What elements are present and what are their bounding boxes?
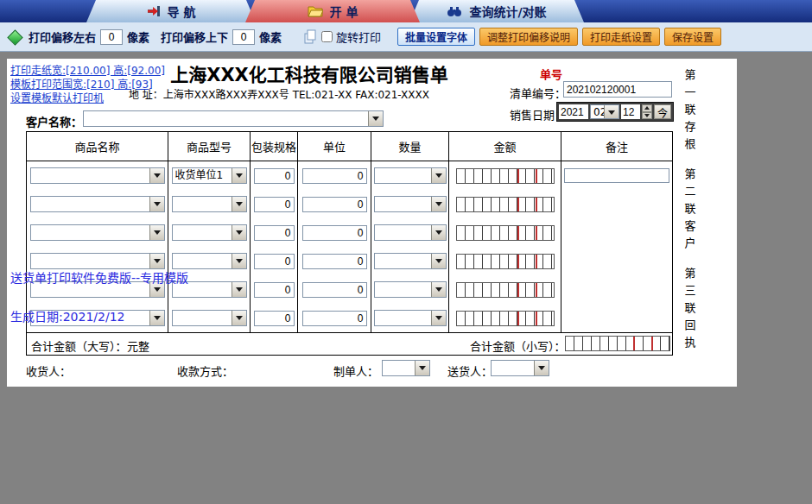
toolbar: 打印偏移左右 像素 打印偏移上下 像素 旋转打印 批量设置字体 调整打印偏移说明…: [0, 22, 812, 52]
combo-text: [375, 225, 431, 240]
quantity-select[interactable]: [374, 310, 447, 326]
chevron-down-icon: [431, 168, 446, 183]
product-model-select[interactable]: 收货单位1: [172, 167, 247, 184]
unit-input[interactable]: [302, 282, 367, 298]
sale-date-panel: 02 今: [556, 102, 674, 122]
chevron-down-icon: [149, 197, 164, 211]
unit-input[interactable]: [302, 225, 367, 241]
tab-billing[interactable]: 开 单: [245, 0, 420, 22]
watermark-free-version: 送货单打印软件免费版--专用模版: [10, 268, 188, 286]
table-row: 收货单位1: [27, 161, 672, 190]
table-header-row: 商品名称 商品型号 包装规格 单位 数量 金额 备注: [27, 132, 672, 161]
invoice-no-input[interactable]: [563, 81, 672, 98]
maker-label: 制单人：: [333, 362, 378, 379]
invoice-no-label: 清单编号：: [510, 85, 566, 101]
total-amount-grid[interactable]: [565, 336, 670, 351]
spinner-down-button[interactable]: [642, 112, 652, 120]
paper-feed-settings-button[interactable]: 打印走纸设置: [582, 28, 660, 46]
package-spec-input[interactable]: [254, 197, 295, 212]
diamond-icon: [7, 29, 22, 45]
maker-select[interactable]: [382, 360, 430, 376]
amount-grid[interactable]: [456, 225, 555, 241]
chevron-down-icon: [431, 254, 446, 268]
amount-grid[interactable]: [456, 254, 555, 269]
rotate-print-group: 旋转打印: [303, 28, 381, 45]
package-spec-input[interactable]: [254, 254, 295, 269]
date-day-input[interactable]: [621, 104, 640, 119]
combo-text: [84, 111, 368, 126]
package-spec-input[interactable]: [254, 282, 295, 298]
default-printer-link[interactable]: 设置模板默认打印机: [10, 91, 165, 105]
product-model-select[interactable]: [172, 224, 247, 241]
offset-ud-input[interactable]: [232, 29, 255, 45]
amount-grid[interactable]: [456, 168, 555, 184]
package-spec-input[interactable]: [254, 225, 295, 241]
pages-icon: [303, 29, 318, 44]
product-name-select[interactable]: [30, 253, 165, 269]
tab-bar: 导 航 开 单 查询统计/对账: [0, 0, 812, 22]
combo-text: [375, 282, 431, 297]
remark-input[interactable]: [564, 168, 669, 183]
chevron-down-icon: [232, 225, 246, 240]
copy-label-customer: 第二联客户: [682, 168, 698, 255]
date-month-select[interactable]: 02: [590, 104, 619, 119]
open-folder-icon: [308, 5, 323, 17]
quantity-select[interactable]: [374, 167, 447, 184]
product-name-select[interactable]: [30, 196, 165, 212]
today-button[interactable]: 今: [654, 104, 671, 119]
date-year-input[interactable]: [559, 104, 588, 119]
invoice-page: 打印走纸宽:[210.00] 高:[92.00] 模板打印范围宽:[210] 高…: [7, 59, 737, 387]
combo-text: [31, 168, 149, 183]
template-range-link[interactable]: 模板打印范围宽:[210] 高:[93]: [10, 78, 165, 91]
chevron-down-icon: [232, 254, 246, 268]
quantity-select[interactable]: [374, 196, 447, 212]
quantity-select[interactable]: [374, 253, 447, 269]
offset-lr-input[interactable]: [100, 29, 123, 45]
page-title: 上海XXX化工科技有限公司销售单: [128, 60, 491, 86]
amount-grid[interactable]: [456, 311, 555, 326]
paper-size-link[interactable]: 打印走纸宽:[210.00] 高:[92.00]: [10, 64, 165, 78]
combo-text: [173, 254, 232, 268]
offset-ud-label: 打印偏移上下: [161, 28, 228, 45]
unit-input[interactable]: [302, 254, 367, 269]
copy-label-stub: 第一联存根: [682, 69, 698, 155]
package-spec-input[interactable]: [254, 311, 295, 326]
unit-input[interactable]: [302, 168, 367, 184]
adjust-offset-help-button[interactable]: 调整打印偏移说明: [479, 28, 578, 46]
quantity-select[interactable]: [374, 281, 447, 298]
col-header-remark: 备注: [561, 132, 672, 161]
product-model-select[interactable]: [172, 310, 247, 326]
table-row: [27, 218, 672, 247]
rotate-print-checkbox[interactable]: [321, 31, 333, 42]
tab-navigation[interactable]: 导 航: [86, 0, 256, 22]
save-settings-button[interactable]: 保存设置: [664, 28, 721, 46]
amount-grid[interactable]: [456, 282, 555, 298]
batch-font-button[interactable]: 批量设置字体: [397, 28, 475, 46]
product-name-select[interactable]: [30, 167, 165, 184]
combo-text: [375, 254, 431, 268]
product-model-select[interactable]: [172, 196, 247, 212]
combo-text: [375, 311, 431, 325]
chevron-down-icon: [604, 105, 619, 118]
date-day-spinner: [642, 104, 652, 119]
page-footer: 收货人： 收款方式： 制单人： 送货人：: [7, 362, 737, 381]
amount-grid[interactable]: [456, 197, 555, 212]
unit-input[interactable]: [302, 197, 367, 212]
tab-query-stats[interactable]: 查询统计/对账: [409, 0, 584, 22]
customer-name-select[interactable]: [83, 110, 384, 127]
deliverer-select[interactable]: [491, 360, 549, 376]
combo-text: [375, 197, 431, 211]
product-name-select[interactable]: [30, 224, 165, 241]
product-model-select[interactable]: [172, 253, 247, 269]
order-no-label: 单号: [540, 66, 562, 82]
combo-text: [173, 197, 232, 211]
chevron-down-icon: [232, 168, 246, 183]
receiver-label: 收货人：: [26, 362, 71, 379]
package-spec-input[interactable]: [254, 168, 295, 184]
unit-input[interactable]: [302, 311, 367, 326]
chevron-down-icon: [232, 311, 246, 325]
combo-text: [31, 254, 149, 268]
quantity-select[interactable]: [374, 224, 447, 241]
spinner-up-button[interactable]: [642, 104, 652, 112]
combo-text: [173, 225, 232, 240]
